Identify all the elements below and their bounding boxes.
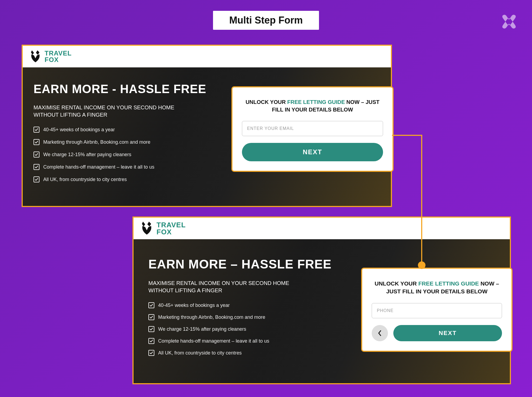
hero-subhead: MAXIMISE RENTAL INCOME ON YOUR SECOND HO…	[148, 280, 300, 294]
form-card-step-1: UNLOCK YOUR FREE LETTING GUIDE NOW – JUS…	[231, 86, 394, 172]
topbar: TRAVEL FOX	[134, 218, 510, 239]
screenshot-step-1: TRAVEL FOX EARN MORE - HASSLE FREE MAXIM…	[22, 45, 392, 207]
check-icon	[148, 350, 154, 356]
list-item-text: All UK, from countryside to city centres	[43, 177, 127, 182]
brand-logo: TRAVEL FOX	[140, 221, 186, 236]
form-heading: UNLOCK YOUR FREE LETTING GUIDE NOW – JUS…	[242, 98, 383, 113]
screenshot-step-2: TRAVEL FOX EARN MORE – HASSLE FREE MAXIM…	[132, 216, 511, 384]
chevron-left-icon	[378, 330, 382, 336]
topbar: TRAVEL FOX	[23, 46, 391, 67]
page-title: Multi Step Form	[213, 11, 319, 30]
check-icon	[148, 314, 154, 320]
email-field[interactable]	[242, 121, 383, 136]
brand-text-1: TRAVEL	[157, 221, 186, 228]
check-icon	[34, 176, 39, 182]
brand-text-1: TRAVEL	[45, 50, 72, 57]
form-heading-accent: FREE LETTING GUIDE	[418, 280, 479, 287]
fox-icon	[140, 221, 154, 236]
list-item-text: All UK, from countryside to city centres	[158, 350, 242, 356]
check-icon	[148, 302, 154, 308]
form-heading-accent: FREE LETTING GUIDE	[287, 99, 345, 105]
list-item-text: Complete hands-off management – leave it…	[43, 164, 154, 170]
form-heading: UNLOCK YOUR FREE LETTING GUIDE NOW – JUS…	[372, 280, 502, 296]
list-item-text: Complete hands-off management – leave it…	[158, 338, 269, 344]
list-item-text: We charge 12-15% after paying cleaners	[158, 326, 246, 332]
list-item-text: 40-45+ weeks of bookings a year	[158, 303, 230, 308]
list-item-text: Marketing through Airbnb, Booking.com an…	[158, 314, 265, 320]
fox-icon	[29, 50, 42, 63]
brand-text-2: FOX	[45, 57, 72, 63]
next-button[interactable]: NEXT	[242, 143, 383, 161]
check-icon	[34, 139, 39, 145]
check-icon	[148, 326, 154, 332]
check-icon	[34, 164, 39, 170]
check-icon	[34, 152, 39, 158]
phone-field[interactable]	[372, 303, 502, 318]
x-logo-icon	[500, 12, 518, 32]
list-item-text: 40-45+ weeks of bookings a year	[43, 127, 115, 133]
back-button[interactable]	[372, 325, 388, 341]
form-heading-pre: UNLOCK YOUR	[375, 280, 418, 287]
form-heading-pre: UNLOCK YOUR	[245, 99, 287, 105]
list-item-text: Marketing through Airbnb, Booking.com an…	[43, 139, 150, 145]
form-card-step-2: UNLOCK YOUR FREE LETTING GUIDE NOW – JUS…	[361, 268, 513, 352]
check-icon	[34, 127, 39, 133]
list-item: All UK, from countryside to city centres	[34, 176, 380, 182]
list-item-text: We charge 12-15% after paying cleaners	[43, 152, 131, 158]
next-button[interactable]: NEXT	[393, 325, 502, 341]
brand-text-2: FOX	[157, 228, 186, 235]
hero-subhead: MAXIMISE RENTAL INCOME ON YOUR SECOND HO…	[34, 104, 185, 119]
check-icon	[148, 338, 154, 344]
brand-logo: TRAVEL FOX	[29, 50, 72, 63]
